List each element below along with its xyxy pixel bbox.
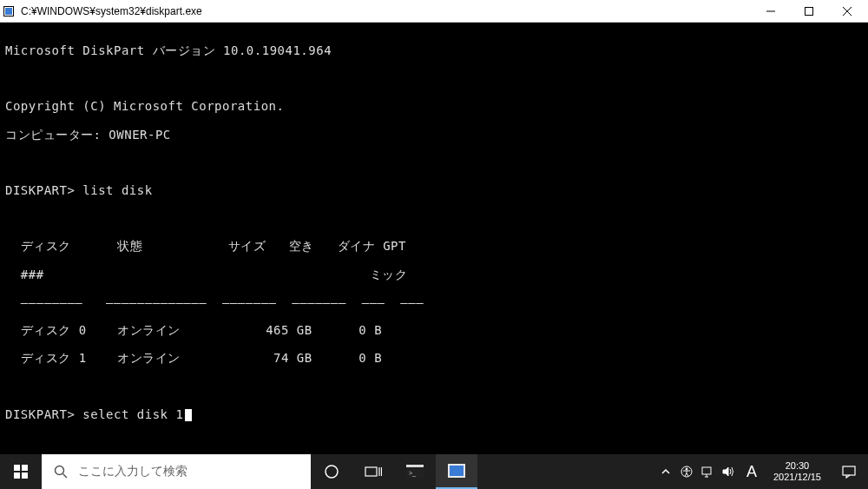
system-tray: A 20:30 2021/12/15: [655, 454, 868, 489]
close-button[interactable]: [828, 0, 866, 23]
table-row: ディスク 0 オンライン 465 GB 0 B: [5, 323, 863, 337]
blank: [5, 71, 863, 85]
svg-rect-18: [406, 465, 424, 467]
task-view-button[interactable]: [352, 454, 394, 489]
svg-rect-7: [14, 465, 20, 471]
tray-network-icon[interactable]: [697, 454, 718, 489]
tray-ease-of-access-icon[interactable]: [676, 454, 697, 489]
table-header-2: ### ミック: [5, 268, 863, 281]
copyright-line: Copyright (C) Microsoft Corporation.: [5, 99, 863, 113]
svg-rect-4: [806, 7, 813, 15]
table-row: ディスク 1 オンライン 74 GB 0 B: [5, 351, 863, 365]
svg-rect-10: [22, 472, 28, 479]
notifications-button[interactable]: [830, 454, 868, 489]
ime-indicator[interactable]: A: [739, 454, 765, 489]
computer-line: コンピューター: OWNER-PC: [5, 128, 863, 142]
tray-date: 2021/12/15: [773, 472, 821, 483]
taskbar: ここに入力して検索 >_ A 20:30 2021/12/15: [0, 454, 868, 489]
svg-rect-9: [14, 472, 20, 479]
command-text: list disk: [82, 183, 152, 197]
maximize-button[interactable]: [790, 0, 828, 23]
tray-clock[interactable]: 20:30 2021/12/15: [765, 460, 830, 483]
blank: [5, 211, 863, 225]
tray-volume-icon[interactable]: [718, 454, 739, 489]
svg-rect-14: [365, 467, 377, 476]
version-line: Microsoft DiskPart バージョン 10.0.19041.964: [5, 43, 863, 57]
minimize-button[interactable]: [752, 0, 790, 23]
prompt: DISKPART>: [5, 183, 82, 197]
window-controls: [752, 0, 866, 23]
table-header-1: ディスク 状態 サイズ 空き ダイナ GPT: [5, 239, 863, 253]
command-text: select disk 1: [82, 407, 183, 421]
titlebar[interactable]: C:¥WINDOWS¥system32¥diskpart.exe: [0, 0, 868, 23]
svg-point-13: [326, 466, 338, 478]
svg-rect-21: [450, 466, 464, 476]
svg-line-12: [63, 474, 68, 479]
svg-rect-32: [843, 466, 855, 475]
svg-point-23: [686, 468, 687, 470]
svg-rect-2: [5, 8, 12, 15]
prompt-line-1: DISKPART> list disk: [5, 183, 863, 197]
app-icon: [2, 4, 16, 18]
svg-point-11: [56, 466, 64, 475]
svg-rect-28: [702, 467, 711, 474]
svg-marker-31: [723, 467, 728, 476]
svg-line-27: [687, 473, 688, 476]
app-window: C:¥WINDOWS¥system32¥diskpart.exe Microso…: [0, 0, 868, 454]
console-output[interactable]: Microsoft DiskPart バージョン 10.0.19041.964 …: [0, 23, 868, 456]
taskbar-app-diskpart[interactable]: [436, 454, 477, 489]
taskbar-app-cmd[interactable]: >_: [394, 454, 436, 489]
search-placeholder: ここに入力して検索: [78, 464, 187, 479]
cortana-button[interactable]: [311, 454, 352, 489]
svg-text:>_: >_: [409, 470, 416, 477]
tray-chevron-up-icon[interactable]: [655, 454, 676, 489]
start-button[interactable]: [0, 454, 42, 489]
prompt: DISKPART>: [5, 407, 82, 421]
blank: [5, 379, 863, 393]
search-icon: [54, 465, 68, 479]
tray-time: 20:30: [773, 460, 821, 472]
cursor: [185, 409, 192, 421]
prompt-line-2: DISKPART> select disk 1: [5, 407, 863, 421]
blank: [5, 155, 863, 169]
window-title: C:¥WINDOWS¥system32¥diskpart.exe: [21, 5, 752, 17]
table-separator: –––––––– ––––––––––––– ––––––– ––––––– –…: [5, 295, 863, 309]
search-box[interactable]: ここに入力して検索: [42, 454, 311, 489]
svg-rect-8: [22, 465, 28, 471]
